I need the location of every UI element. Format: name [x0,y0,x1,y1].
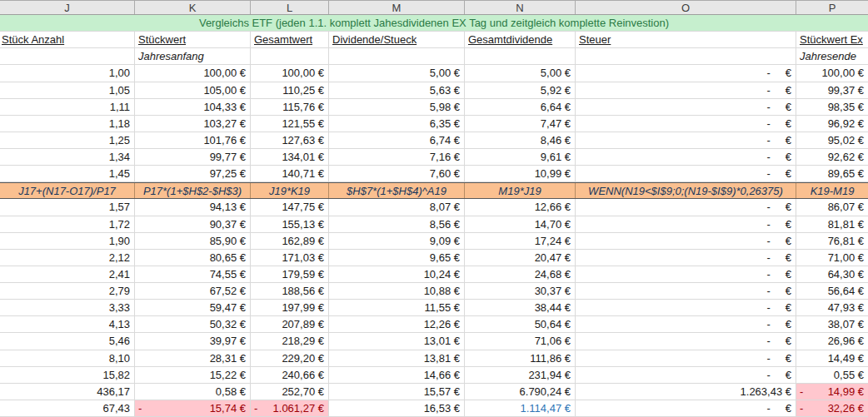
cell-K[interactable]: 59,47 € [135,300,251,315]
cell-K[interactable]: 105,00 € [135,82,251,98]
cell-O[interactable]: - € [576,333,796,349]
cell-P[interactable]: 99,37 € [796,82,868,98]
cell-P[interactable]: 56,64 € [796,283,868,299]
cell-L[interactable]: 140,71 € [251,166,329,181]
cell-L[interactable]: 207,89 € [251,316,329,332]
cell-P[interactable]: 86,07 € [796,199,868,215]
cell-N[interactable]: 5,92 € [465,82,576,98]
column-label-P[interactable]: Stückwert Ex [796,32,868,47]
cell-N[interactable]: 20,47 € [465,250,576,266]
cell-J[interactable]: 15,82 [0,367,135,383]
cell-L[interactable]: 162,89 € [251,233,329,249]
cell-P[interactable]: 0,55 € [796,367,868,383]
cell-K[interactable]: 85,90 € [135,233,251,249]
cell-O[interactable]: - € [576,132,796,148]
cell-L[interactable]: -1.061,27 € [251,400,329,416]
column-header-K[interactable]: K [135,1,251,14]
cell-L[interactable]: 197,99 € [251,300,329,315]
cell-P[interactable]: 71,00 € [796,250,868,266]
cell-O[interactable]: - € [576,350,796,366]
cell-L[interactable]: 127,63 € [251,132,329,148]
cell-N[interactable]: 17,24 € [465,233,576,249]
cell-L[interactable]: 155,13 € [251,216,329,232]
cell-K[interactable]: 94,13 € [135,199,251,215]
cell-K[interactable]: 74,55 € [135,266,251,282]
cell-O[interactable]: - € [576,149,796,165]
cell-M[interactable]: 14,66 € [329,367,465,383]
cell-O[interactable]: - € [576,316,796,332]
cell-M[interactable]: 12,26 € [329,316,465,332]
cell-P[interactable]: 76,81 € [796,233,868,249]
title-cell[interactable]: Vergleichs ETF (jeden 1.1. komplett Jahe… [0,15,868,32]
column-header-L[interactable]: L [251,1,329,14]
cell-N[interactable]: 30,37 € [465,283,576,299]
cell-N[interactable]: 24,68 € [465,266,576,282]
cell-K[interactable]: 50,32 € [135,316,251,332]
cell-O[interactable]: - € [576,300,796,315]
cell-K[interactable]: 28,31 € [135,350,251,366]
column-header-J[interactable]: J [0,1,135,14]
cell-J[interactable]: 2,41 [0,266,135,282]
cell-J[interactable]: 3,33 [0,300,135,315]
cell-M[interactable]: 7,60 € [329,166,465,181]
cell-J[interactable]: 1,45 [0,166,135,181]
cell-N[interactable]: 14,70 € [465,216,576,232]
cell-N[interactable]: 8,46 € [465,132,576,148]
cell-K[interactable]: Jahresanfang [135,48,251,64]
cell-J[interactable]: 436,17 [0,384,135,400]
column-label-M[interactable]: Dividende/Stueck [329,32,465,47]
cell-P[interactable]: 26,96 € [796,333,868,349]
cell-O[interactable]: - € [576,199,796,215]
cell-N[interactable]: 111,86 € [465,350,576,366]
cell-O[interactable]: - € [576,400,796,416]
cell-N[interactable]: 9,61 € [465,149,576,165]
cell-M[interactable]: 10,24 € [329,266,465,282]
cell-P[interactable]: 100,00 € [796,65,868,81]
cell-M[interactable]: 9,65 € [329,250,465,266]
formula-cell-P[interactable]: K19-M19 [796,183,868,198]
cell-O[interactable]: - € [576,250,796,266]
cell-J[interactable]: 1,57 [0,199,135,215]
cell-M[interactable]: 8,56 € [329,216,465,232]
cell-J[interactable]: 8,10 [0,350,135,366]
cell-K[interactable]: 39,97 € [135,333,251,349]
cell-M[interactable]: 8,07 € [329,199,465,215]
cell-K[interactable]: -15,74 € [135,400,251,416]
cell-P[interactable]: 47,93 € [796,300,868,315]
cell-M[interactable]: 16,53 € [329,400,465,416]
cell-P[interactable]: 92,62 € [796,149,868,165]
cell-K[interactable]: 104,33 € [135,99,251,115]
cell-L[interactable]: 100,00 € [251,65,329,81]
cell-P[interactable]: 81,81 € [796,216,868,232]
cell-O[interactable]: - € [576,166,796,181]
cell-J[interactable]: 2,79 [0,283,135,299]
cell-N[interactable]: 10,99 € [465,166,576,181]
cell-L[interactable]: 115,76 € [251,99,329,115]
cell-L[interactable]: 171,03 € [251,250,329,266]
cell-N[interactable]: 231,94 € [465,367,576,383]
cell-J[interactable]: 67,43 [0,400,135,416]
cell-O[interactable]: - € [576,99,796,115]
cell-L[interactable]: 147,75 € [251,199,329,215]
cell-K[interactable]: 97,25 € [135,166,251,181]
cell-J[interactable]: 1,05 [0,82,135,98]
cell-K[interactable]: 90,37 € [135,216,251,232]
cell-M[interactable]: 13,81 € [329,350,465,366]
formula-cell-N[interactable]: M19*J19 [465,183,576,198]
cell-P[interactable]: 38,07 € [796,316,868,332]
cell-O[interactable] [576,48,796,64]
cell-P[interactable]: 98,35 € [796,99,868,115]
cell-N[interactable] [465,48,576,64]
cell-M[interactable] [329,48,465,64]
cell-N[interactable]: 38,44 € [465,300,576,315]
cell-M[interactable]: 5,63 € [329,82,465,98]
cell-M[interactable]: 6,74 € [329,132,465,148]
cell-J[interactable]: 1,00 [0,65,135,81]
cell-O[interactable]: - € [576,283,796,299]
cell-N[interactable]: 6.790,24 € [465,384,576,400]
cell-L[interactable] [251,48,329,64]
cell-P[interactable]: Jahresende [796,48,868,64]
column-header-P[interactable]: P [796,1,868,14]
cell-L[interactable]: 188,56 € [251,283,329,299]
cell-L[interactable]: 240,66 € [251,367,329,383]
